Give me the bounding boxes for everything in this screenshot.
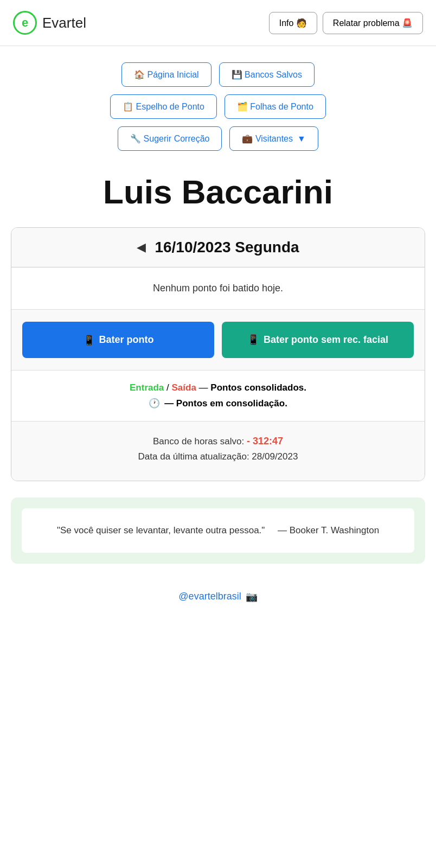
date-text: 16/10/2023 Segunda	[155, 239, 299, 256]
quote-content: "Se você quiser se levantar, levante out…	[57, 525, 265, 535]
action-buttons: 📱 Bater ponto 📱 Bater ponto sem rec. fac…	[11, 310, 425, 371]
header-buttons: Info 🧑 Relatar problema 🚨	[269, 12, 423, 34]
legend-line-1: Entrada / Saída — Pontos consolidados.	[22, 382, 414, 393]
user-name-section: Luis Baccarini	[0, 162, 436, 227]
bater-ponto-label: Bater ponto	[99, 334, 154, 346]
folhas-ponto-button[interactable]: 🗂️ Folhas de Ponto	[225, 94, 326, 119]
hours-info: Banco de horas salvo: - 312:47 Data da ú…	[11, 422, 425, 481]
banco-horas-line: Banco de horas salvo: - 312:47	[22, 436, 414, 447]
no-punch-message: Nenhum ponto foi batido hoje.	[11, 267, 425, 310]
quote-section: "Se você quiser se levantar, levante out…	[11, 497, 425, 564]
clock-icon: 🕐	[149, 398, 160, 409]
bater-sem-label: Bater ponto sem rec. facial	[264, 334, 388, 346]
atualizacao-value: 28/09/2023	[252, 451, 298, 462]
entrada-text: Entrada	[130, 382, 164, 393]
sugerir-correcao-button[interactable]: 🔧 Sugerir Correção	[118, 126, 222, 151]
visitantes-label: 💼 Visitantes	[242, 133, 293, 144]
bater-ponto-icon: 📱	[83, 334, 95, 346]
footer: @evartelbrasil 📷	[0, 580, 436, 614]
banco-value: - 312:47	[247, 436, 283, 446]
legend-section: Entrada / Saída — Pontos consolidados. 🕐…	[11, 371, 425, 422]
prev-date-button[interactable]: ◀	[137, 240, 146, 254]
nav-row-2: 📋 Espelho de Ponto 🗂️ Folhas de Ponto	[110, 94, 326, 119]
logo-area: e Evartel	[13, 11, 86, 35]
bancos-salvos-button[interactable]: 💾 Bancos Salvos	[219, 62, 315, 87]
nav-row-3: 🔧 Sugerir Correção 💼 Visitantes ▼	[118, 126, 318, 151]
instagram-handle: @evartelbrasil	[178, 591, 241, 602]
header: e Evartel Info 🧑 Relatar problema 🚨	[0, 0, 436, 46]
bater-sem-icon: 📱	[247, 334, 259, 346]
bater-ponto-sem-button[interactable]: 📱 Bater ponto sem rec. facial	[222, 322, 414, 358]
pagina-inicial-button[interactable]: 🏠 Página Inicial	[121, 62, 211, 87]
date-header: ◀ 16/10/2023 Segunda	[11, 228, 425, 267]
legend-line-2: 🕐 — Pontos em consolidação.	[22, 398, 414, 409]
main-card: ◀ 16/10/2023 Segunda Nenhum ponto foi ba…	[11, 227, 425, 481]
info-button[interactable]: Info 🧑	[269, 12, 317, 34]
visitantes-button[interactable]: 💼 Visitantes ▼	[229, 126, 318, 151]
quote-author: — Booker T. Washington	[278, 525, 379, 535]
logo-icon: e	[13, 11, 37, 35]
user-name: Luis Baccarini	[11, 173, 425, 211]
logo-letter: e	[22, 16, 28, 30]
app-name: Evartel	[42, 15, 86, 31]
banco-label: Banco de horas salvo:	[153, 436, 247, 446]
espelho-ponto-button[interactable]: 📋 Espelho de Ponto	[110, 94, 217, 119]
quote-box: "Se você quiser se levantar, levante out…	[22, 508, 414, 553]
legend-dash: —	[199, 382, 211, 393]
quote-text: "Se você quiser se levantar, levante out…	[35, 524, 401, 538]
nav-row-1: 🏠 Página Inicial 💾 Bancos Salvos	[121, 62, 315, 87]
instagram-icon: 📷	[246, 591, 258, 603]
nav-section: 🏠 Página Inicial 💾 Bancos Salvos 📋 Espel…	[0, 46, 436, 162]
instagram-link[interactable]: @evartelbrasil 📷	[11, 591, 425, 603]
saida-text: Saída	[172, 382, 196, 393]
visitantes-arrow-icon: ▼	[297, 134, 306, 144]
consolidating-text: — Pontos em consolidação.	[164, 398, 287, 409]
atualizacao-line: Data da última atualização: 28/09/2023	[22, 451, 414, 462]
slash-separator: /	[166, 382, 171, 393]
bater-ponto-button[interactable]: 📱 Bater ponto	[22, 322, 214, 358]
atualizacao-label: Data da última atualização:	[138, 451, 252, 462]
consolidated-text: Pontos consolidados.	[210, 382, 306, 393]
report-button[interactable]: Relatar problema 🚨	[323, 12, 423, 34]
